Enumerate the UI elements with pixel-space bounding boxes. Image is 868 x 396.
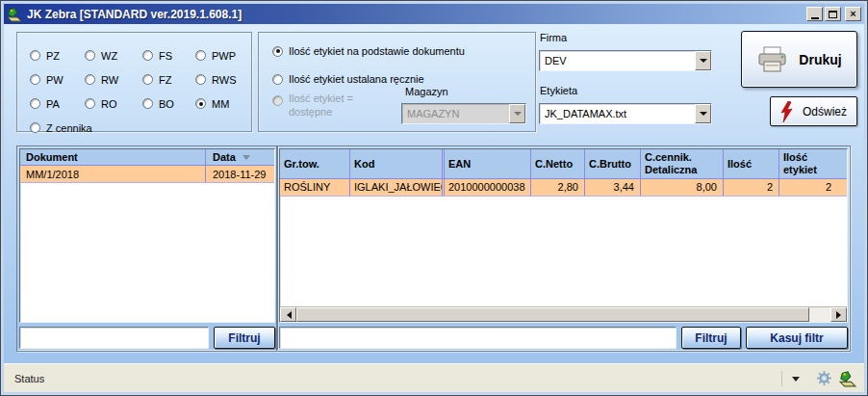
radio-label: Ilość etykiet na podstawie dokumentu [289,45,465,57]
column-header-ilosc-etykiet[interactable]: Ilość etykiet [779,149,837,178]
radio-fz[interactable]: FZ [142,74,195,86]
divider [781,371,782,386]
documents-list: Dokument Data MM/1/2018 2018-11-29 [19,148,275,323]
column-header-cbrutto[interactable]: C.Brutto [584,149,640,178]
radio-z-cennika[interactable]: Z cennika [30,122,257,134]
radio-icon [195,98,206,109]
radio-label: PZ [46,50,60,62]
column-header-cnetto[interactable]: C.Netto [530,149,584,178]
radio-label: PW [46,74,64,86]
radio-icon [30,98,40,109]
radio-label: MM [212,98,229,110]
radio-label: FZ [159,74,171,86]
app-window: JK Zebra [STANDARD ver.2019.1.608.1] × P… [0,0,868,396]
radio-ilosc-dostepne: Ilość etykiet = dostępne [272,92,390,119]
print-button[interactable]: Drukuj [741,31,857,88]
cell-ean: 2010000000038 [442,179,530,196]
radio-ro[interactable]: RO [85,98,142,110]
etykieta-label: Etykieta [540,85,577,96]
scrollbar-thumb[interactable] [296,307,809,322]
label-quantity-group: Ilość etykiet na podstawie dokumentu Ilo… [258,32,536,132]
radio-mm[interactable]: MM [195,98,257,110]
items-grid: Gr.tow. Kod EAN C.Netto C.Brutto C.cenni… [279,148,848,323]
radio-pwp[interactable]: PWP [195,50,257,62]
radio-icon [30,122,40,133]
magazyn-select: MAGAZYN [401,103,526,124]
close-button[interactable]: × [845,7,861,21]
refresh-button[interactable]: Odśwież [770,96,857,126]
minimize-button[interactable] [806,7,823,21]
column-label: Ilość [728,158,752,171]
arrow-right-icon [836,311,845,319]
radio-fs[interactable]: FS [142,50,195,62]
column-header-ccennik[interactable]: C.cennik. Detaliczna [640,149,723,178]
radio-rws[interactable]: RWS [195,74,257,86]
radio-icon [195,50,206,61]
document-type-group: PZ WZ FS PWP PW RW FZ RWS PA RO BO MM Z … [16,32,252,132]
app-icon[interactable] [7,7,22,22]
status-text: Status [14,373,44,384]
column-label: EAN [448,158,471,171]
cell-cnetto: 2,80 [530,179,584,196]
print-label: Drukuj [799,52,841,67]
lightning-icon [780,101,793,122]
radio-ilosc-recznie[interactable]: Ilość etykiet ustalana ręcznie [272,73,424,85]
radio-bo[interactable]: BO [142,98,195,110]
status-bar: Status [4,363,864,392]
scrollbar-track[interactable] [296,307,830,322]
column-header-dokument[interactable]: Dokument [20,149,205,165]
firma-select[interactable]: DEV [539,50,712,71]
column-label: C.Brutto [589,158,631,171]
radio-label: FS [159,50,172,62]
column-header-data[interactable]: Data [205,149,274,165]
radio-icon [272,95,283,106]
radio-ilosc-dokument[interactable]: Ilość etykiet na podstawie dokumentu [272,45,465,57]
radio-pw[interactable]: PW [30,74,85,86]
scroll-left-button[interactable] [280,307,296,322]
column-label: Gr.tow. [284,158,319,171]
maximize-icon [829,11,837,18]
gear-icon[interactable] [816,370,832,386]
column-header-ilosc[interactable]: Ilość [723,149,779,178]
scroll-right-button[interactable] [830,307,847,322]
documents-filter-button[interactable]: Filtruj [214,327,275,349]
items-filter-input[interactable] [279,327,677,349]
dropdown-arrow-icon[interactable] [792,377,800,385]
etykieta-select[interactable]: JK_DATAMAX.txt [539,103,712,124]
clear-filter-button[interactable]: Kasuj filtr [746,327,848,349]
app-icon-small[interactable] [839,370,856,387]
cell-dokument: MM/1/2018 [20,166,205,182]
radio-label: Ilość etykiet = dostępne [289,92,390,119]
documents-panel: Dokument Data MM/1/2018 2018-11-29 Filtr… [16,145,278,352]
dropdown-arrow-icon[interactable] [695,104,711,123]
radio-pa[interactable]: PA [30,98,85,110]
items-filter-button[interactable]: Filtruj [681,327,741,349]
magazyn-value: MAGAZYN [402,104,509,123]
cell-ilosc-etykiet: 2 [779,179,837,196]
column-header-kod[interactable]: Kod [349,149,442,178]
dropdown-arrow-icon[interactable] [695,51,711,70]
radio-pz[interactable]: PZ [30,50,85,62]
maximize-button[interactable] [825,7,841,21]
column-header-ean[interactable]: EAN [442,149,530,178]
close-icon: × [850,9,855,19]
title-bar: JK Zebra [STANDARD ver.2019.1.608.1] × [4,4,864,24]
column-label: C.cennik. Detaliczna [645,151,719,175]
radio-icon [195,74,206,85]
window-title: JK Zebra [STANDARD ver.2019.1.608.1] [27,8,802,21]
table-row[interactable]: ROŚLINY IGLAKI_JAŁOWIEC 2010000000038 2,… [280,179,847,197]
radio-label: WZ [101,50,117,62]
radio-icon [30,50,40,61]
horizontal-scrollbar[interactable] [280,306,847,322]
radio-wz[interactable]: WZ [85,50,142,62]
column-header-grtow[interactable]: Gr.tow. [280,149,349,178]
table-row[interactable]: MM/1/2018 2018-11-29 [20,166,274,183]
radio-icon [30,74,40,85]
firma-value: DEV [540,51,695,70]
column-label: C.Netto [535,158,573,171]
radio-label: PWP [212,50,236,62]
radio-rw[interactable]: RW [85,74,142,86]
magazyn-label: Magazyn [405,86,448,97]
cell-kod: IGLAKI_JAŁOWIEC [349,179,442,196]
documents-filter-input[interactable] [19,327,209,349]
